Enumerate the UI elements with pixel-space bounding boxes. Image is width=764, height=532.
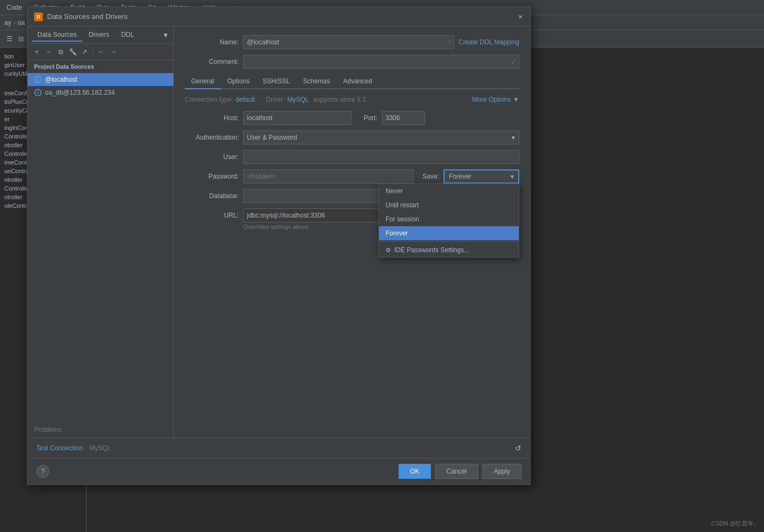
more-options-link[interactable]: More Options ▼ [472, 96, 519, 103]
dropdown-ide-passwords[interactable]: ⚙ IDE Passwords Settings... [379, 243, 519, 257]
name-label: Name: [185, 38, 239, 46]
dialog-bottom-bar: Test Connection MySQL ↺ [28, 438, 530, 458]
dialog-body: Data Sources Drivers DDL ▼ + − ⧉ 🔧 ↗ ← → [28, 27, 530, 438]
dialog-close-button[interactable]: × [515, 11, 526, 22]
export-icon[interactable]: ↗ [80, 47, 89, 57]
ok-button[interactable]: OK [399, 464, 430, 479]
auth-select[interactable]: User & Password [243, 130, 519, 145]
ds-oa-icon [34, 89, 42, 96]
tab-data-sources[interactable]: Data Sources [32, 29, 82, 42]
comment-row: Comment: ⤢ [185, 55, 519, 69]
name-row: Name: ○ Create DDL Mapping [185, 35, 519, 49]
action-buttons: ? OK Cancel Apply [28, 458, 530, 484]
tab-general[interactable]: General [185, 74, 221, 89]
problems-label: Problems [34, 426, 62, 434]
name-input-circle-icon: ○ [447, 39, 451, 45]
inner-tabs: General Options SSH/SSL Schemas Advanced [185, 74, 519, 89]
tab-ssh-ssl[interactable]: SSH/SSL [256, 74, 297, 89]
help-button[interactable]: ? [36, 465, 49, 478]
dropdown-never[interactable]: Never [379, 184, 519, 198]
wrench-icon[interactable]: 🔧 [68, 47, 77, 57]
breadcrumb-oa[interactable]: oa [18, 19, 25, 27]
password-input[interactable] [243, 169, 414, 183]
menu-code[interactable]: Code [4, 3, 24, 12]
connection-type-row: Connection type: default Driver: MySQL s… [185, 96, 519, 103]
name-input[interactable] [243, 35, 454, 49]
gear-icon: ⚙ [386, 247, 391, 254]
dropdown-forever[interactable]: Forever [379, 226, 519, 240]
toolbar-split-icon[interactable]: ⊟ [16, 34, 26, 44]
ide-background: Code Refactor Build Run Tools Git Window… [0, 0, 764, 532]
dropdown-until-restart[interactable]: Until restart [379, 198, 519, 212]
remove-icon[interactable]: − [44, 47, 54, 57]
ds-item-localhost[interactable]: @localhost [28, 73, 173, 86]
host-port-row: Host: Port: [185, 111, 519, 125]
ds-item-oa-db[interactable]: oa_db@123.56.182.234 [28, 86, 173, 99]
test-connection-link[interactable]: Test Connection [36, 444, 83, 452]
port-input[interactable] [382, 111, 425, 125]
port-label: Port: [356, 114, 377, 122]
save-select-button[interactable]: Forever ▼ [443, 169, 519, 183]
auth-label: Authentication: [185, 134, 239, 141]
create-ddl-link[interactable]: Create DDL Mapping [459, 38, 519, 46]
forward-icon[interactable]: → [108, 47, 118, 57]
ds-localhost-icon [34, 76, 42, 83]
conn-type-value: default [236, 96, 255, 103]
driver-supports: supports since 5.2 [313, 96, 365, 103]
password-row: Password: Save: Forever ▼ Never Until re… [185, 169, 519, 183]
save-select-arrow-icon: ▼ [510, 174, 515, 180]
tab-advanced[interactable]: Advanced [337, 74, 378, 89]
url-label: URL: [185, 212, 239, 219]
dialog-data-sources: D Data Sources and Drivers × Data Source… [27, 6, 531, 485]
save-select-wrapper: Forever ▼ Never Until restart For sessio… [443, 169, 519, 183]
save-current-value: Forever [449, 173, 471, 180]
driver-label-inline: Driver: [266, 96, 285, 103]
breadcrumb-ay[interactable]: ay [4, 19, 11, 27]
user-label: User: [185, 153, 239, 161]
ds-oa-label: oa_db@123.56.182.234 [45, 89, 115, 96]
user-input[interactable] [243, 150, 519, 164]
tabs-bar: Data Sources Drivers DDL ▼ [28, 27, 173, 44]
toolbar-separator [93, 48, 93, 56]
ds-toolbar: + − ⧉ 🔧 ↗ ← → [28, 44, 173, 60]
tab-drivers[interactable]: Drivers [83, 29, 115, 42]
ide-passwords-label: IDE Passwords Settings... [394, 246, 469, 254]
add-icon[interactable]: + [32, 47, 42, 57]
auth-select-wrapper: User & Password ▼ [243, 130, 519, 145]
toolbar-lines-icon[interactable]: ☰ [4, 34, 14, 44]
dropdown-separator [379, 241, 519, 242]
database-label: Database: [185, 192, 239, 200]
host-input[interactable] [243, 111, 351, 125]
password-label: Password: [185, 173, 239, 180]
copy-icon[interactable]: ⧉ [56, 47, 66, 57]
comment-expand-icon[interactable]: ⤢ [511, 58, 516, 65]
comment-label: Comment: [185, 58, 239, 65]
section-header: Project Data Sources [28, 60, 173, 73]
back-icon[interactable]: ← [96, 47, 106, 57]
right-panel: Name: ○ Create DDL Mapping Comment: ⤢ [174, 27, 530, 438]
dialog-icon: D [34, 12, 43, 21]
name-input-wrapper: ○ [243, 35, 454, 49]
auth-row: Authentication: User & Password ▼ [185, 130, 519, 145]
comment-input[interactable] [243, 55, 519, 69]
left-panel: Data Sources Drivers DDL ▼ + − ⧉ 🔧 ↗ ← → [28, 27, 174, 438]
refresh-icon[interactable]: ↺ [515, 444, 521, 452]
watermark: CSDN @忆昔年。 [711, 520, 760, 528]
driver-value[interactable]: MySQL [287, 96, 309, 103]
tab-arrow-icon[interactable]: ▼ [162, 31, 169, 39]
apply-button[interactable]: Apply [482, 464, 521, 479]
tab-options[interactable]: Options [221, 74, 256, 89]
host-label: Host: [185, 114, 239, 122]
driver-bottom-label: MySQL [89, 444, 111, 452]
dialog-title: Data Sources and Drivers [47, 12, 128, 21]
breadcrumb-sep-1: › [14, 19, 16, 27]
save-label: Save: [422, 173, 439, 180]
dialog-title-bar: D Data Sources and Drivers × [28, 7, 530, 27]
dropdown-for-session[interactable]: For session [379, 212, 519, 226]
save-dropdown: Never Until restart For session Forever … [378, 183, 519, 258]
ds-localhost-label: @localhost [45, 76, 77, 83]
tab-ddl[interactable]: DDL [116, 29, 140, 42]
cancel-button[interactable]: Cancel [435, 464, 478, 479]
conn-type-label: Connection type: [185, 96, 233, 103]
tab-schemas[interactable]: Schemas [297, 74, 337, 89]
